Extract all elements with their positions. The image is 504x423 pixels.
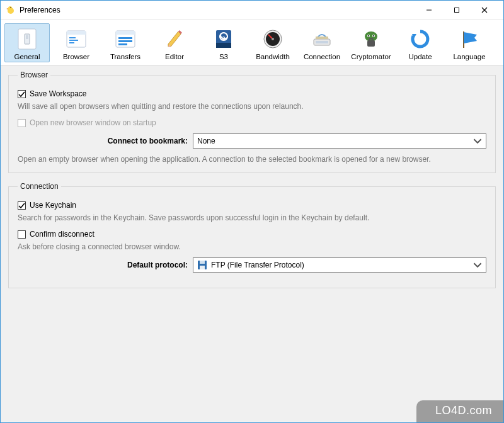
- select-value: None: [197, 137, 473, 145]
- tab-label: Editor: [165, 53, 184, 60]
- label-default-protocol: Default protocol:: [18, 261, 188, 269]
- tab-language[interactable]: Language: [447, 23, 492, 62]
- svg-marker-20: [168, 31, 181, 47]
- svg-rect-31: [316, 37, 328, 39]
- svg-rect-14: [69, 42, 74, 43]
- label-open-new-browser: Open new browser window on startup: [30, 118, 156, 127]
- desc-save-workspace: Will save all open browsers when quittin…: [18, 102, 486, 111]
- browser-icon: [64, 26, 89, 52]
- chevron-down-icon: [473, 261, 482, 269]
- connection-modem-icon: [309, 26, 335, 52]
- svg-rect-43: [200, 266, 205, 269]
- desc-confirm-disconnect: Ask before closing a connected browser w…: [18, 242, 486, 251]
- svg-rect-4: [455, 8, 459, 12]
- svg-rect-9: [26, 35, 28, 39]
- maximize-button[interactable]: [443, 1, 471, 19]
- language-flag-icon: [457, 26, 482, 52]
- svg-point-2: [10, 7, 11, 8]
- s3-icon: a: [211, 26, 236, 52]
- select-default-protocol[interactable]: FTP (File Transfer Protocol): [193, 257, 486, 273]
- tab-editor[interactable]: Editor: [152, 23, 197, 62]
- svg-point-36: [373, 35, 374, 37]
- group-browser-legend: Browser: [18, 70, 50, 79]
- label-confirm-disconnect: Confirm disconnect: [30, 230, 94, 239]
- svg-point-35: [368, 35, 369, 37]
- svg-rect-12: [69, 37, 76, 38]
- minimize-button[interactable]: [415, 1, 443, 19]
- desc-use-keychain: Search for passwords in the Keychain. Sa…: [18, 213, 486, 222]
- tab-bandwidth[interactable]: Bandwidth: [250, 23, 295, 62]
- svg-point-1: [8, 6, 12, 10]
- tab-label: Bandwidth: [256, 53, 290, 60]
- tab-general[interactable]: General: [4, 23, 50, 62]
- tab-cryptomator[interactable]: Cryptomator: [348, 23, 394, 62]
- group-connection: Connection Use Keychain Search for passw…: [8, 182, 496, 288]
- preferences-content: Browser Save Workspace Will save all ope…: [1, 65, 503, 422]
- label-save-workspace: Save Workspace: [30, 89, 87, 98]
- tab-label: Language: [453, 53, 485, 60]
- tab-s3[interactable]: a S3: [201, 23, 246, 62]
- checkbox-save-workspace[interactable]: [18, 90, 26, 98]
- tab-browser[interactable]: Browser: [54, 23, 99, 62]
- preferences-window: Preferences General Browser: [0, 0, 504, 423]
- select-value: FTP (File Transfer Protocol): [211, 261, 473, 269]
- editor-pencil-icon: [162, 26, 187, 52]
- svg-rect-18: [118, 40, 132, 42]
- tab-label: Connection: [304, 53, 340, 60]
- ftp-disk-icon: [197, 260, 207, 270]
- svg-point-32: [365, 31, 377, 42]
- checkbox-open-new-browser: [18, 119, 26, 127]
- svg-rect-17: [118, 37, 132, 39]
- watermark: LO4D.com: [416, 400, 503, 422]
- titlebar: Preferences: [1, 1, 503, 20]
- cryptomator-icon: [358, 26, 384, 52]
- tab-label: Update: [408, 53, 432, 60]
- checkbox-use-keychain[interactable]: [18, 201, 26, 210]
- preferences-toolbar: General Browser Transfers Editor a S3: [1, 20, 503, 65]
- update-refresh-icon: [408, 26, 433, 52]
- svg-rect-13: [69, 40, 78, 41]
- svg-rect-30: [316, 41, 328, 43]
- svg-rect-16: [116, 31, 135, 35]
- tab-transfers[interactable]: Transfers: [103, 23, 148, 62]
- tab-label: S3: [219, 53, 228, 60]
- desc-connect-bookmark: Open an empty browser when opening the a…: [18, 155, 486, 164]
- tab-update[interactable]: Update: [398, 23, 443, 62]
- group-browser: Browser Save Workspace Will save all ope…: [8, 70, 496, 173]
- window-title: Preferences: [20, 6, 60, 14]
- app-duck-icon: [6, 5, 16, 15]
- svg-rect-42: [200, 261, 205, 264]
- svg-rect-11: [67, 31, 86, 35]
- label-connect-bookmark: Connect to bookmark:: [18, 137, 188, 145]
- tab-label: General: [14, 53, 40, 60]
- svg-rect-19: [118, 43, 127, 45]
- bandwidth-gauge-icon: [260, 26, 285, 52]
- checkbox-confirm-disconnect[interactable]: [18, 230, 26, 239]
- svg-rect-24: [216, 43, 231, 48]
- select-connect-bookmark[interactable]: None: [193, 133, 486, 149]
- tab-label: Transfers: [110, 53, 140, 60]
- tab-label: Browser: [63, 53, 89, 60]
- tab-label: Cryptomator: [351, 53, 391, 60]
- label-use-keychain: Use Keychain: [30, 201, 76, 210]
- transfers-icon: [113, 26, 138, 52]
- close-button[interactable]: [471, 1, 498, 19]
- group-connection-legend: Connection: [18, 182, 61, 191]
- general-icon: [14, 26, 40, 52]
- chevron-down-icon: [473, 137, 482, 145]
- tab-connection[interactable]: Connection: [299, 23, 345, 62]
- svg-point-28: [272, 38, 274, 40]
